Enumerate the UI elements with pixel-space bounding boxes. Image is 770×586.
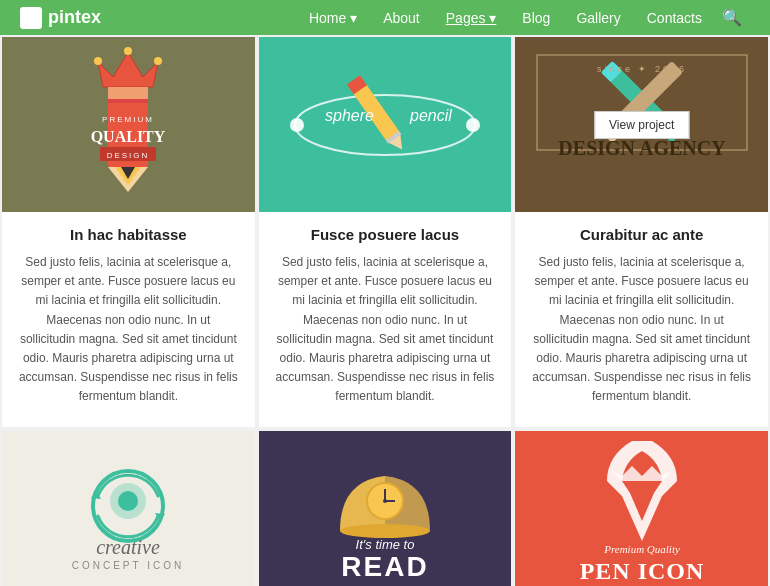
svg-point-3: [154, 57, 162, 65]
nav-link-about[interactable]: About: [371, 4, 432, 32]
svg-point-1: [94, 57, 102, 65]
nav-item-contacts[interactable]: Contacts: [635, 4, 714, 32]
svg-marker-0: [98, 52, 158, 87]
card-1-logo: PREMIUM QUALITY DESIGN: [58, 47, 198, 202]
card-5: It's time to READ: [259, 431, 512, 587]
card-4-logo: creative CONCEPT ICON: [28, 441, 228, 587]
svg-point-19: [290, 118, 304, 132]
card-6-image: Premium Quality PEN ICON: [515, 431, 768, 587]
card-3: since ✦ 2006 The Best DESIGN AGENCY View…: [515, 37, 768, 427]
card-5-logo: It's time to READ: [285, 441, 485, 587]
nav-item-gallery[interactable]: Gallery: [564, 4, 632, 32]
card-2: sphere pencil Fusce posuere lacus Sed ju…: [259, 37, 512, 427]
nav-links: Home ▾ About Pages ▾ Blog Gallery Contac…: [297, 4, 714, 32]
svg-point-20: [466, 118, 480, 132]
card-1-body: In hac habitasse Sed justo felis, lacini…: [2, 212, 255, 427]
card-2-title: Fusce posuere lacus: [275, 226, 496, 243]
card-3-title: Curabitur ac ante: [531, 226, 752, 243]
logo[interactable]: ✏ pintex: [20, 7, 101, 29]
card-3-text: Sed justo felis, lacinia at scelerisque …: [531, 253, 752, 407]
svg-point-2: [124, 47, 132, 55]
nav-item-blog[interactable]: Blog: [510, 4, 562, 32]
card-5-image: It's time to READ: [259, 431, 512, 587]
card-1-text: Sed justo felis, lacinia at scelerisque …: [18, 253, 239, 407]
svg-point-33: [118, 491, 138, 511]
nav-item-pages[interactable]: Pages ▾: [434, 4, 509, 32]
nav-link-blog[interactable]: Blog: [510, 4, 562, 32]
nav-link-home[interactable]: Home ▾: [297, 4, 369, 32]
svg-text:sphere: sphere: [325, 107, 374, 124]
logo-text: pintex: [48, 7, 101, 28]
svg-rect-5: [108, 87, 148, 99]
view-project-button[interactable]: View project: [594, 111, 689, 139]
nav-item-home[interactable]: Home ▾: [297, 4, 369, 32]
svg-text:Premium Quality: Premium Quality: [603, 543, 680, 555]
card-2-body: Fusce posuere lacus Sed justo felis, lac…: [259, 212, 512, 427]
svg-text:QUALITY: QUALITY: [91, 128, 166, 145]
card-2-image: sphere pencil: [259, 37, 512, 212]
card-6: Premium Quality PEN ICON: [515, 431, 768, 587]
svg-text:pencil: pencil: [409, 107, 452, 124]
nav-link-gallery[interactable]: Gallery: [564, 4, 632, 32]
svg-text:creative: creative: [96, 536, 160, 558]
card-6-logo: Premium Quality PEN ICON: [542, 441, 742, 587]
navbar: ✏ pintex Home ▾ About Pages ▾ Blog Galle…: [0, 0, 770, 35]
card-3-image: since ✦ 2006 The Best DESIGN AGENCY View…: [515, 37, 768, 212]
svg-text:DESIGN AGENCY: DESIGN AGENCY: [558, 137, 726, 159]
card-2-logo: sphere pencil: [275, 47, 495, 202]
svg-text:READ: READ: [341, 551, 428, 582]
logo-icon: ✏: [20, 7, 42, 29]
svg-text:since  ✦  2006: since ✦ 2006: [597, 64, 687, 74]
search-icon[interactable]: 🔍: [714, 4, 750, 31]
nav-link-pages[interactable]: Pages ▾: [434, 4, 509, 32]
card-3-body: Curabitur ac ante Sed justo felis, lacin…: [515, 212, 768, 427]
card-1-title: In hac habitasse: [18, 226, 239, 243]
nav-link-contacts[interactable]: Contacts: [635, 4, 714, 32]
portfolio-grid: PREMIUM QUALITY DESIGN In hac habitasse …: [0, 35, 770, 586]
nav-item-about[interactable]: About: [371, 4, 432, 32]
card-2-text: Sed justo felis, lacinia at scelerisque …: [275, 253, 496, 407]
card-1: PREMIUM QUALITY DESIGN In hac habitasse …: [2, 37, 255, 427]
card-4: creative CONCEPT ICON: [2, 431, 255, 587]
svg-point-38: [340, 524, 430, 538]
card-4-image: creative CONCEPT ICON: [2, 431, 255, 587]
svg-text:It's time to: It's time to: [356, 537, 415, 552]
svg-text:DESIGN: DESIGN: [107, 151, 150, 160]
svg-text:PEN ICON: PEN ICON: [579, 558, 704, 584]
card-1-image: PREMIUM QUALITY DESIGN: [2, 37, 255, 212]
svg-rect-6: [108, 99, 148, 103]
svg-text:PREMIUM: PREMIUM: [102, 115, 154, 124]
svg-text:CONCEPT ICON: CONCEPT ICON: [72, 560, 185, 571]
